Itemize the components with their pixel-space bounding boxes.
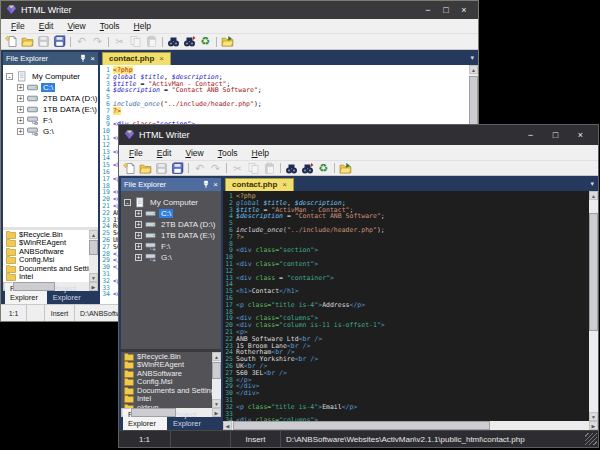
folder-list[interactable]: $Recycle.Bin$WinREAgentANBSoftwareConfig… bbox=[121, 352, 212, 408]
tree-expander[interactable]: + bbox=[17, 117, 24, 124]
scroll-thumb[interactable] bbox=[89, 240, 98, 255]
tree-expander[interactable]: + bbox=[17, 84, 24, 91]
file-tree[interactable]: -My Computer+C:\+2TB DATA (D:\)+1TB DATA… bbox=[121, 191, 221, 349]
browse-folder-button[interactable] bbox=[220, 35, 235, 49]
tree-expander[interactable]: + bbox=[135, 254, 142, 261]
scroll-thumb[interactable] bbox=[589, 213, 598, 332]
tree-expander[interactable]: + bbox=[135, 232, 142, 239]
menu-help[interactable]: Help bbox=[127, 21, 158, 31]
menu-tools[interactable]: Tools bbox=[211, 148, 245, 158]
tab-list-dropdown-icon[interactable]: ▾ bbox=[590, 180, 594, 188]
tree-expander[interactable]: + bbox=[135, 221, 142, 228]
tree-item-g[interactable]: +G:\ bbox=[3, 126, 98, 137]
tree-item-f[interactable]: +F:\ bbox=[121, 241, 221, 252]
folder-item-anbsoftware[interactable]: ANBSoftware bbox=[3, 247, 89, 256]
tree-label[interactable]: 1TB DATA (E:\) bbox=[159, 231, 217, 240]
tree-label[interactable]: G:\ bbox=[159, 253, 174, 262]
editor-hscrollbar[interactable]: ◀ ▶ bbox=[223, 421, 598, 430]
tab-contact-php[interactable]: contact.php × bbox=[225, 178, 294, 191]
tree-expander[interactable]: + bbox=[17, 95, 24, 102]
folder-item-recycle-bin[interactable]: $Recycle.Bin bbox=[3, 230, 89, 239]
folder-list-hscrollbar[interactable]: ◀ ▶ bbox=[121, 408, 221, 417]
tree-label[interactable]: C:\ bbox=[41, 83, 55, 92]
editor-vscrollbar[interactable]: ▲ ▼ bbox=[589, 191, 598, 421]
tree-item-2tb-data-d[interactable]: +2TB DATA (D:\) bbox=[3, 93, 98, 104]
pin-icon[interactable] bbox=[202, 180, 210, 190]
tree-label[interactable]: F:\ bbox=[159, 242, 172, 251]
file-tree[interactable]: -My Computer+C:\+2TB DATA (D:\)+1TB DATA… bbox=[3, 65, 98, 227]
folder-item-recycle-bin[interactable]: $Recycle.Bin bbox=[121, 352, 212, 361]
panel-close-icon[interactable]: × bbox=[90, 54, 95, 63]
scroll-track[interactable] bbox=[212, 361, 221, 399]
folder-item-config-msi[interactable]: Config.Msi bbox=[121, 378, 212, 387]
close-button[interactable]: × bbox=[568, 130, 593, 140]
scroll-up-button[interactable]: ▲ bbox=[212, 352, 221, 361]
find-next-button[interactable] bbox=[300, 161, 315, 175]
tab-close-icon[interactable]: × bbox=[159, 54, 164, 63]
open-file-button[interactable] bbox=[138, 161, 153, 175]
panel-close-icon[interactable]: × bbox=[213, 180, 218, 189]
maximize-button[interactable]: □ bbox=[543, 130, 568, 140]
replace-button[interactable]: ♻ bbox=[316, 161, 331, 175]
folder-item-winreagent[interactable]: $WinREAgent bbox=[121, 361, 212, 370]
tree-label[interactable]: C:\ bbox=[159, 209, 173, 218]
menu-file[interactable]: File bbox=[122, 148, 150, 158]
folder-item-winreagent[interactable]: $WinREAgent bbox=[3, 239, 89, 248]
save-all-button[interactable] bbox=[170, 161, 185, 175]
scroll-right-button[interactable]: ▶ bbox=[589, 421, 598, 430]
titlebar[interactable]: HTML Writer − □ × bbox=[1, 1, 478, 19]
scroll-track[interactable] bbox=[232, 421, 589, 430]
folder-list-vscrollbar[interactable]: ▲ ▼ bbox=[89, 230, 98, 282]
menu-tools[interactable]: Tools bbox=[93, 21, 127, 31]
tree-label[interactable]: My Computer bbox=[148, 198, 200, 207]
tree-item-1tb-data-e[interactable]: +1TB DATA (E:\) bbox=[121, 230, 221, 241]
resize-grip[interactable] bbox=[585, 433, 597, 445]
tree-item-2tb-data-d[interactable]: +2TB DATA (D:\) bbox=[121, 219, 221, 230]
find-button[interactable] bbox=[284, 161, 299, 175]
tab-contact-php[interactable]: contact.php × bbox=[102, 52, 171, 65]
replace-button[interactable]: ♻ bbox=[198, 35, 213, 49]
minimize-button[interactable]: − bbox=[419, 5, 437, 15]
scroll-thumb[interactable] bbox=[13, 282, 55, 291]
scroll-track[interactable] bbox=[89, 239, 98, 273]
folder-list[interactable]: $Recycle.Bin$WinREAgentANBSoftwareConfig… bbox=[3, 230, 89, 282]
code-editor[interactable]: 1<?php2global $title, $description;3$tit… bbox=[223, 191, 598, 421]
new-file-button[interactable] bbox=[4, 35, 19, 49]
tree-label[interactable]: 2TB DATA (D:\) bbox=[159, 220, 217, 229]
scroll-up-button[interactable]: ▲ bbox=[589, 191, 598, 200]
tree-label[interactable]: 2TB DATA (D:\) bbox=[41, 94, 98, 103]
tree-expander[interactable]: + bbox=[17, 128, 24, 135]
find-button[interactable] bbox=[166, 35, 181, 49]
scroll-up-button[interactable]: ▲ bbox=[469, 65, 478, 74]
find-next-button[interactable] bbox=[182, 35, 197, 49]
tree-label[interactable]: F:\ bbox=[41, 116, 54, 125]
tree-expander[interactable]: + bbox=[135, 210, 142, 217]
menu-view[interactable]: View bbox=[178, 148, 210, 158]
tree-label[interactable]: My Computer bbox=[30, 72, 82, 81]
close-button[interactable]: × bbox=[455, 5, 473, 15]
folder-item-documents-and-settings[interactable]: Documents and Settings bbox=[3, 264, 89, 273]
folder-list-hscrollbar[interactable]: ◀ ▶ bbox=[3, 282, 98, 291]
tree-item-1tb-data-e[interactable]: +1TB DATA (E:\) bbox=[3, 104, 98, 115]
tree-label[interactable]: G:\ bbox=[41, 127, 56, 136]
menu-edit[interactable]: Edit bbox=[150, 148, 179, 158]
tree-expander[interactable]: + bbox=[135, 243, 142, 250]
scroll-down-button[interactable]: ▼ bbox=[212, 399, 221, 408]
tree-item-c[interactable]: +C:\ bbox=[3, 82, 98, 93]
menu-help[interactable]: Help bbox=[245, 148, 276, 158]
folder-item-config-msi[interactable]: Config.Msi bbox=[3, 256, 89, 265]
folder-item-intel[interactable]: Intel bbox=[121, 395, 212, 404]
tree-item-c[interactable]: +C:\ bbox=[121, 208, 221, 219]
tree-expander[interactable]: + bbox=[17, 106, 24, 113]
tree-item-my-computer[interactable]: -My Computer bbox=[3, 71, 98, 82]
folder-item-intel[interactable]: Intel bbox=[3, 273, 89, 282]
tab-close-icon[interactable]: × bbox=[282, 180, 287, 189]
scroll-thumb[interactable] bbox=[131, 408, 176, 417]
scroll-down-button[interactable]: ▼ bbox=[89, 273, 98, 282]
scroll-down-button[interactable]: ▼ bbox=[589, 412, 598, 421]
folder-list-vscrollbar[interactable]: ▲ ▼ bbox=[212, 352, 221, 408]
menu-edit[interactable]: Edit bbox=[32, 21, 61, 31]
tree-item-my-computer[interactable]: -My Computer bbox=[121, 197, 221, 208]
save-all-button[interactable] bbox=[52, 35, 67, 49]
pin-icon[interactable] bbox=[79, 54, 87, 64]
